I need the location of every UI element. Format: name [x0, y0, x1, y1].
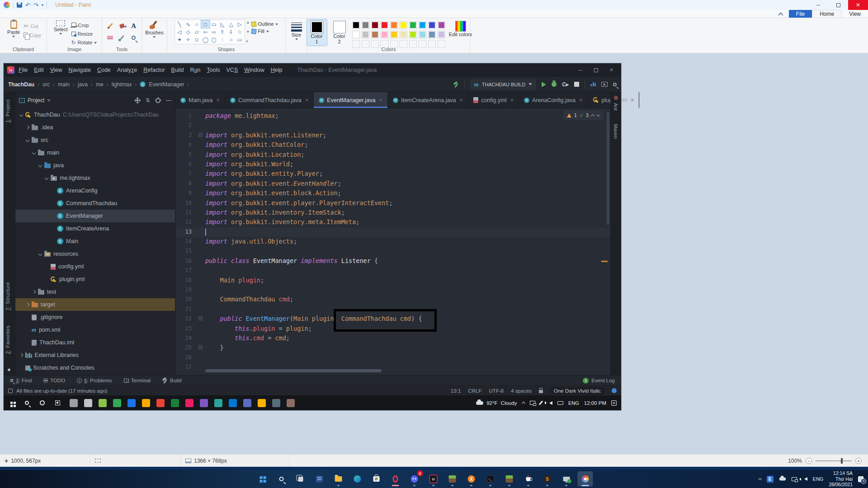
color2-button[interactable]: Color2 — [330, 19, 349, 46]
tree-item-eventmanager[interactable]: CEventManager — [15, 210, 175, 222]
palette-empty-cell[interactable] — [409, 40, 417, 48]
tree-item-thachdau-iml[interactable]: ThachDau.iml — [15, 336, 175, 349]
pinned-app-icon-12[interactable] — [229, 399, 237, 407]
taskbar-app-minecraft[interactable] — [445, 471, 460, 487]
shape-2-7[interactable]: ▭ — [236, 36, 244, 43]
indent-style[interactable]: 4 spaces — [511, 388, 532, 394]
edit-colors-button[interactable]: Edit colors — [449, 19, 472, 38]
tree-item-plugin-yml[interactable]: plugin.yml — [15, 273, 175, 286]
close-tab-icon[interactable]: × — [379, 97, 382, 103]
taskbar-app-task-view[interactable] — [293, 471, 308, 487]
shape-1-1[interactable]: ◇ — [184, 28, 193, 36]
palette-color-3f48cc[interactable] — [428, 21, 436, 29]
shape-1-0[interactable]: ◁ — [175, 28, 184, 36]
rotate-button[interactable]: ↻Rotate — [71, 38, 97, 46]
shape-0-3[interactable]: □ — [201, 20, 210, 28]
file-encoding[interactable]: UTF-8 — [489, 388, 504, 394]
pinned-app-icon-16[interactable] — [287, 399, 295, 407]
shape-0-5[interactable]: ◺ — [218, 20, 227, 28]
shape-0-7[interactable]: ▷ — [236, 20, 244, 28]
shape-2-2[interactable]: ✩ — [193, 36, 201, 43]
breadcrumb-item-class[interactable]: EventManager — [149, 81, 184, 88]
language-indicator[interactable]: ENG — [813, 476, 824, 482]
tree-item-pom-xml[interactable]: mpom.xml — [15, 324, 175, 336]
zoom-in-button[interactable]: + — [855, 458, 862, 464]
palette-color-c3c3c3[interactable] — [362, 31, 369, 38]
editor-tab-main-java[interactable]: CMain.java× — [175, 92, 225, 108]
palette-color-7f7f7f[interactable] — [362, 21, 369, 29]
tree-item-target[interactable]: target — [15, 298, 175, 311]
tree-item-arenaconfig[interactable]: CArenaConfig — [15, 184, 175, 197]
tool-button-maven[interactable]: Maven — [613, 124, 618, 139]
taskbar-app-start[interactable] — [255, 471, 270, 487]
zoom-slider[interactable] — [816, 460, 852, 461]
shape-2-3[interactable]: ◯ — [201, 36, 210, 43]
project-panel-title[interactable]: Project — [28, 97, 44, 103]
breadcrumb-item-main[interactable]: main — [58, 81, 70, 88]
tool-window-button-build[interactable]: Build — [162, 378, 182, 383]
collapse-ribbon-icon[interactable] — [778, 12, 783, 17]
resize-button[interactable]: Resize — [71, 30, 97, 38]
tool-button-ant[interactable]: Ant — [613, 103, 618, 111]
color1-button[interactable]: Color1 — [307, 19, 327, 46]
shape-2-5[interactable]: ◌ — [218, 36, 227, 43]
menu-window[interactable]: Window — [241, 67, 267, 73]
shape-1-7[interactable]: ☆ — [236, 28, 244, 36]
palette-color-880015[interactable] — [371, 21, 379, 29]
lock-icon[interactable] — [539, 390, 543, 393]
palette-color-ff7f27[interactable] — [390, 21, 398, 29]
zoom-out-button[interactable]: − — [806, 458, 812, 464]
clock[interactable]: 12:14 SA Thứ Hai 28/06/2021 — [829, 470, 853, 488]
taskbar-app-paint[interactable] — [578, 471, 593, 487]
save-icon[interactable] — [17, 2, 22, 8]
inspections-widget[interactable]: 1 ✓ 3 — [563, 110, 603, 120]
crop-button[interactable]: Crop — [71, 21, 97, 29]
menu-navigate[interactable]: Navigate — [66, 67, 94, 73]
taskbar-app-edge[interactable] — [350, 471, 365, 487]
code-editor[interactable]: 1package me.lightmax;23−import org.bukki… — [175, 108, 610, 375]
coverage-button[interactable]: C▸ — [562, 81, 569, 88]
pinned-app-icon-2[interactable] — [84, 399, 92, 407]
fold-marker-icon[interactable]: − — [198, 345, 203, 349]
eraser-tool-icon[interactable] — [107, 36, 113, 39]
shape-1-4[interactable]: ⇨ — [210, 28, 218, 36]
pinned-app-icon-15[interactable] — [272, 399, 280, 407]
palette-color-ffc90e[interactable] — [390, 31, 398, 38]
breadcrumb-item-java[interactable]: java — [78, 81, 88, 88]
color-scheme-name[interactable]: One Dark Vivid Italic — [550, 387, 604, 394]
taskbar-app-minecraft-2[interactable] — [502, 471, 517, 487]
tool-button-structure[interactable]: 7: Structure — [5, 282, 10, 310]
collapse-all-icon[interactable]: ⇅ — [146, 97, 150, 103]
menu-code[interactable]: Code — [94, 67, 114, 73]
gear-icon[interactable] — [156, 98, 160, 103]
editor-tab-itemcreatearena-java[interactable]: CItemCreateArena.java× — [388, 92, 468, 108]
tray-app-e-icon[interactable]: E — [767, 476, 774, 483]
taskbar-app-store[interactable] — [369, 471, 384, 487]
tool-window-button-problems[interactable]: 6: Problems — [77, 378, 112, 383]
tree-chevron-icon[interactable] — [26, 126, 29, 129]
run-anything-icon[interactable] — [601, 82, 608, 87]
tree-item-itemcreatearena[interactable]: CItemCreateArena — [15, 222, 175, 235]
tree-chevron-icon[interactable] — [38, 164, 42, 167]
tree-item-external-libraries[interactable]: External Libraries — [15, 349, 175, 361]
chevron-down-icon[interactable] — [47, 99, 51, 102]
editor-tab-arenaconfig-java[interactable]: CArenaConfig.java× — [519, 92, 588, 108]
size-button[interactable]: Size — [289, 19, 304, 41]
copy-button[interactable]: Copy — [24, 31, 41, 39]
menu-run[interactable]: Run — [187, 67, 203, 73]
pinned-app-icon-13[interactable] — [243, 399, 251, 407]
taskbar-app-file-explorer[interactable] — [331, 471, 346, 487]
maximize-button[interactable] — [828, 0, 848, 10]
tree-item-test[interactable]: test — [15, 286, 175, 298]
onedrive-cloud-icon[interactable] — [779, 477, 785, 480]
palette-color-ed1c24[interactable] — [381, 21, 388, 29]
tree-chevron-icon[interactable] — [26, 138, 29, 142]
pinned-app-icon-5[interactable] — [127, 399, 136, 407]
text-tool-icon[interactable]: A — [131, 23, 136, 29]
locate-file-icon[interactable] — [135, 98, 140, 103]
close-tab-icon[interactable]: × — [217, 97, 220, 103]
ribbon-tab-view[interactable]: View — [842, 10, 868, 18]
tool-window-button-find[interactable]: 3: Find — [10, 378, 32, 383]
tree-item--gitignore[interactable]: .gitignore — [15, 311, 175, 324]
undo-icon[interactable]: ↶ — [25, 2, 30, 8]
